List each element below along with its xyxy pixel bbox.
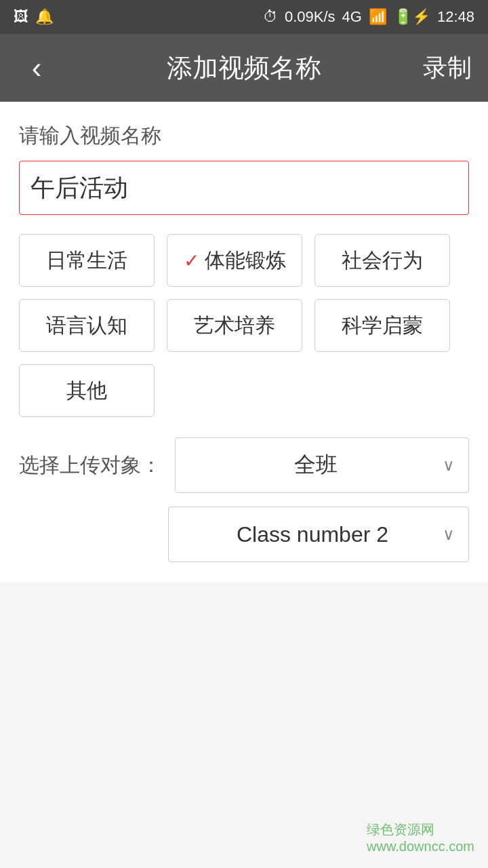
category-daily-label: 日常生活	[46, 247, 127, 275]
category-arts-label: 艺术培养	[194, 312, 275, 340]
back-button[interactable]: ‹	[16, 51, 57, 85]
category-arts[interactable]: 艺术培养	[167, 299, 302, 352]
class-dropdown-arrow-icon: ∨	[443, 525, 455, 544]
category-language[interactable]: 语言认知	[19, 299, 155, 352]
category-social-label: 社会行为	[342, 247, 423, 275]
signal-icon: 📶	[369, 8, 387, 26]
category-science-label: 科学启蒙	[342, 312, 423, 340]
category-daily[interactable]: 日常生活	[19, 234, 155, 287]
category-grid: 日常生活 ✓ 体能锻炼 社会行为 语言认知 艺术培养 科学启蒙 其他	[19, 234, 469, 417]
battery-icon: 🔋⚡	[394, 8, 430, 26]
category-science[interactable]: 科学启蒙	[314, 299, 450, 352]
class-dropdown-text: Class number 2	[182, 522, 443, 547]
name-section-label: 请输入视频名称	[19, 122, 469, 150]
photo-icon: 🖼	[14, 8, 28, 26]
class-dropdown-row: Class number 2 ∨	[19, 507, 469, 562]
status-right-info: ⏱ 0.09K/s 4G 📶 🔋⚡ 12:48	[263, 8, 474, 26]
category-language-label: 语言认知	[46, 312, 127, 340]
nav-bar: ‹ 添加视频名称 录制	[0, 34, 488, 102]
category-other-label: 其他	[66, 377, 107, 405]
watermark: 绿色资源网www.downcc.com	[367, 821, 474, 854]
status-bar: 🖼 🔔 ⏱ 0.09K/s 4G 📶 🔋⚡ 12:48	[0, 0, 488, 34]
status-left-icons: 🖼 🔔	[14, 8, 54, 26]
category-social[interactable]: 社会行为	[314, 234, 450, 287]
class-dropdown[interactable]: Class number 2 ∨	[168, 507, 469, 562]
upload-row: 选择上传对象： 全班 ∨	[19, 437, 469, 493]
notification-icon: 🔔	[35, 8, 54, 26]
upload-label: 选择上传对象：	[19, 452, 161, 479]
upload-section: 选择上传对象： 全班 ∨ Class number 2 ∨	[19, 437, 469, 562]
scope-dropdown-text: 全班	[189, 450, 443, 480]
speed-text: 0.09K/s	[285, 8, 336, 26]
page-title: 添加视频名称	[167, 51, 321, 85]
scope-dropdown-arrow-icon: ∨	[443, 456, 455, 475]
content-area: 请输入视频名称 日常生活 ✓ 体能锻炼 社会行为 语言认知 艺术培养 科学启蒙 …	[0, 102, 488, 583]
check-icon: ✓	[184, 250, 199, 272]
video-name-input[interactable]	[19, 161, 469, 215]
timer-icon: ⏱	[263, 8, 278, 26]
scope-dropdown[interactable]: 全班 ∨	[175, 437, 469, 493]
category-exercise[interactable]: ✓ 体能锻炼	[167, 234, 302, 287]
category-other[interactable]: 其他	[19, 364, 155, 417]
time-text: 12:48	[437, 8, 474, 26]
record-button[interactable]: 录制	[423, 52, 472, 85]
category-exercise-label: 体能锻炼	[205, 247, 286, 275]
network-text: 4G	[342, 8, 362, 26]
